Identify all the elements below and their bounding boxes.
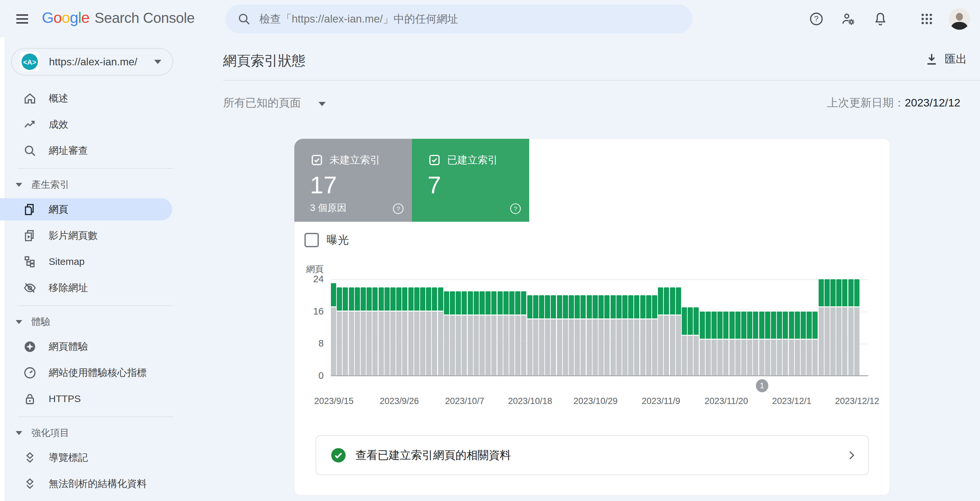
download-icon: [924, 52, 939, 66]
indexed-bar-segment: [765, 312, 770, 339]
apps-grid-icon[interactable]: [919, 11, 934, 27]
indexed-bar-segment: [640, 295, 646, 318]
not-indexed-card[interactable]: 未建立索引 17 3 個原因 ?: [294, 139, 412, 222]
stacked-bar: [718, 312, 722, 376]
indexed-bar-segment: [503, 291, 509, 315]
indexed-bar-segment: [819, 279, 824, 306]
not-indexed-bar-segment: [687, 336, 693, 376]
stacked-bar: [450, 291, 455, 376]
stacked-bar: [830, 279, 835, 376]
hamburger-menu-icon[interactable]: [14, 11, 30, 27]
indexed-bar-segment: [408, 288, 414, 310]
sidebar-item-label: 網頁體驗: [49, 340, 88, 353]
help-icon[interactable]: ?: [809, 11, 824, 27]
stacked-bar: [355, 288, 360, 376]
sidebar-section-header[interactable]: 強化項目: [0, 421, 181, 444]
not-indexed-bar-segment: [414, 312, 420, 376]
stacked-bar: [711, 312, 717, 376]
help-icon[interactable]: ?: [392, 202, 405, 215]
indexed-bar-segment: [682, 307, 687, 334]
x-tick-label: 2023/9/15: [298, 396, 370, 406]
indexed-bar-segment: [331, 283, 336, 306]
not-indexed-bar-segment: [355, 312, 360, 376]
title-divider: [223, 80, 980, 81]
sidebar-item-https[interactable]: HTTPS: [0, 386, 181, 412]
indexed-bar-segment: [372, 288, 378, 310]
y-tick-label: 16: [301, 306, 324, 317]
sidebar-item-url-inspection[interactable]: 網址審查: [0, 137, 181, 164]
not-indexed-bar-segment: [741, 340, 746, 376]
sidebar-section-header[interactable]: 體驗: [0, 310, 181, 334]
indexed-bar-segment: [527, 295, 533, 318]
chevron-right-icon[interactable]: [845, 449, 857, 461]
sidebar-item-label: 網站使用體驗核心指標: [49, 366, 147, 380]
sidebar-item-home[interactable]: 概述: [0, 85, 181, 111]
indexed-bar-segment: [735, 312, 741, 339]
not-indexed-bar-segment: [753, 340, 758, 376]
not-indexed-bar-segment: [587, 320, 592, 376]
property-selector[interactable]: <A> https://alex-ian.me/: [11, 48, 173, 75]
sidebar-item-core-web-vitals[interactable]: 網站使用體驗核心指標: [0, 359, 181, 386]
user-settings-icon[interactable]: [841, 11, 856, 27]
export-button[interactable]: 匯出: [924, 52, 967, 67]
stacked-bar: [854, 279, 859, 376]
sidebar-item-removals[interactable]: 移除網址: [0, 275, 181, 301]
indexed-bar-segment: [498, 291, 503, 315]
sidebar-item-label: 導覽標記: [49, 451, 88, 464]
indexed-bar-segment: [747, 312, 752, 339]
sidebar-item-video-pages[interactable]: 影片網頁數: [0, 223, 181, 248]
indexed-bar-segment: [753, 312, 758, 339]
sidebar-section-header[interactable]: 產生索引: [0, 173, 181, 196]
stacked-bar: [824, 279, 830, 376]
stacked-bar: [605, 295, 609, 376]
logo-product-name: Search Console: [95, 10, 195, 26]
sidebar-item-sitemap[interactable]: Sitemap: [0, 248, 181, 275]
sidebar-item-structured-data[interactable]: 無法剖析的結構化資料: [0, 471, 181, 497]
stacked-bar: [593, 295, 598, 376]
sidebar-item-label: 影片網頁數: [49, 229, 98, 242]
indexed-bar-segment: [664, 288, 669, 315]
stacked-bar: [587, 295, 592, 376]
url-inspection-searchbar[interactable]: [225, 5, 692, 33]
sidebar-item-label: Sitemap: [49, 256, 84, 267]
not-indexed-bar-segment: [771, 340, 776, 376]
help-icon[interactable]: ?: [509, 202, 522, 215]
sidebar-item-performance[interactable]: 成效: [0, 111, 181, 137]
indexed-card[interactable]: 已建立索引 7 ?: [412, 139, 529, 222]
user-avatar[interactable]: [949, 8, 970, 30]
page-filter-dropdown[interactable]: 所有已知的頁面: [223, 95, 326, 110]
gridline: [331, 279, 868, 280]
impressions-checkbox[interactable]: [304, 233, 319, 247]
checkbox-checked-icon[interactable]: [428, 153, 441, 167]
not-indexed-bar-segment: [539, 320, 544, 376]
search-input[interactable]: [259, 13, 683, 25]
sitemap-icon: [23, 255, 37, 269]
stacked-bar: [474, 291, 479, 376]
not-indexed-bar-segment: [361, 312, 366, 376]
header-action-icons: ?: [809, 0, 970, 38]
checkbox-checked-icon[interactable]: [310, 153, 324, 167]
not-indexed-bar-segment: [842, 307, 847, 376]
sidebar-item-breadcrumbs[interactable]: 導覽標記: [0, 444, 181, 471]
indexed-bar-segment: [711, 312, 717, 339]
notifications-icon[interactable]: [873, 11, 888, 27]
not-indexed-count: 17: [310, 172, 412, 198]
indexed-bar-segment: [807, 312, 812, 339]
stacked-bar: [563, 295, 568, 376]
sidebar-item-page-experience[interactable]: 網頁體驗: [0, 334, 181, 359]
sidebar-divider: [18, 168, 173, 169]
not-indexed-bar-segment: [438, 312, 443, 376]
not-indexed-bar-segment: [366, 312, 372, 376]
x-tick-label: 2023/10/18: [494, 396, 566, 406]
stacked-bar: [753, 312, 758, 376]
x-tick-label: 2023/11/9: [625, 396, 697, 406]
indexed-bar-segment: [842, 279, 847, 306]
product-logo[interactable]: Google Search Console: [42, 8, 195, 27]
sidebar-item-pages[interactable]: 網頁: [0, 196, 181, 223]
not-indexed-bar-segment: [533, 320, 538, 376]
view-indexed-data-banner[interactable]: 查看已建立索引網頁的相關資料: [315, 435, 869, 475]
index-status-panel: 未建立索引 17 3 個原因 ? 已建立索引 7 ? 曝光: [294, 139, 889, 495]
index-status-chart[interactable]: [331, 279, 868, 376]
not-indexed-bar-segment: [723, 340, 729, 376]
chart-annotation-marker[interactable]: 1: [756, 379, 768, 392]
